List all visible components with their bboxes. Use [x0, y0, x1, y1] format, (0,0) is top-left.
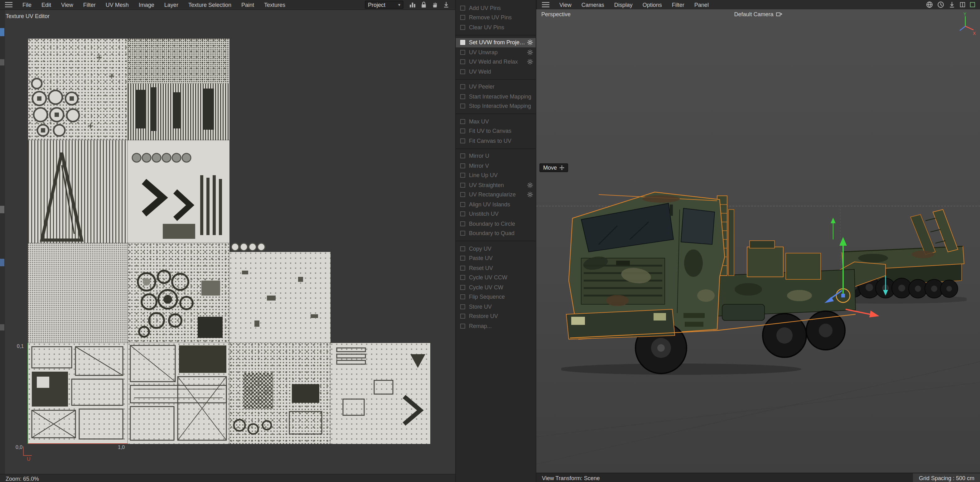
- cmd-uv-unwrap[interactable]: UV Unwrap: [456, 48, 536, 57]
- project-dropdown[interactable]: Project ▾: [365, 1, 404, 9]
- cmd-clear-uv-pins[interactable]: Clear UV Pins: [456, 22, 536, 32]
- vp-menu-filter[interactable]: Filter: [667, 2, 689, 8]
- menu-uv-mesh[interactable]: UV Mesh: [101, 2, 134, 8]
- boundary-to-circle-icon: [460, 221, 465, 226]
- cmd-store-uv[interactable]: Store UV: [456, 302, 536, 312]
- uv-island-tile[interactable]: [28, 39, 128, 140]
- gear-icon[interactable]: [527, 59, 533, 65]
- cmd-label: Max UV: [469, 118, 489, 125]
- uv-island-tile[interactable]: [28, 140, 128, 243]
- cmd-max-uv[interactable]: Max UV: [456, 117, 536, 126]
- uv-island-tile[interactable]: [128, 343, 229, 444]
- palette-fragment[interactable]: [0, 259, 4, 266]
- cmd-fit-canvas-to-uv[interactable]: Fit Canvas to UV: [456, 136, 536, 146]
- camera-switch-icon: [776, 12, 782, 17]
- cmd-label: Boundary to Quad: [469, 231, 514, 237]
- gear-icon[interactable]: [527, 49, 533, 56]
- cmd-label: Mirror V: [469, 163, 489, 169]
- uv-island-tile[interactable]: [128, 243, 229, 343]
- vp-menu-panel[interactable]: Panel: [689, 2, 714, 8]
- uv-island-tile[interactable]: [128, 140, 229, 243]
- cmd-unstitch-uv[interactable]: Unstitch UV: [456, 209, 536, 219]
- time-icon[interactable]: [937, 1, 944, 8]
- cmd-fit-uv-to-canvas[interactable]: Fit UV to Canvas: [456, 126, 536, 136]
- cmd-mirror-u[interactable]: Mirror U: [456, 151, 536, 161]
- load-down-icon[interactable]: [948, 1, 955, 8]
- cmd-label: Align UV Islands: [469, 201, 510, 208]
- hamburger-icon[interactable]: [5, 2, 13, 8]
- axis-gizmo[interactable]: Y X: [956, 11, 976, 35]
- camera-label[interactable]: Default Camera: [734, 11, 782, 17]
- panel-max-icon[interactable]: [969, 2, 975, 8]
- cmd-stop-interactive-mapping[interactable]: Stop Interactive Mapping: [456, 101, 536, 111]
- cmd-set-uvw-from-projection[interactable]: Set UVW from Projection: [456, 38, 536, 48]
- cmd-boundary-to-circle[interactable]: Boundary to Circle: [456, 219, 536, 229]
- uv-arrow-shapes: [128, 140, 229, 243]
- uv-checker-patch: [229, 343, 331, 444]
- menu-filter[interactable]: Filter: [78, 2, 101, 8]
- gear-icon[interactable]: [527, 182, 533, 188]
- uv-small-circles-row[interactable]: [231, 243, 267, 251]
- cmd-label: Store UV: [469, 304, 492, 310]
- lock-icon[interactable]: [420, 1, 427, 8]
- vp-menu-view[interactable]: View: [554, 2, 576, 8]
- cmd-line-up-uv[interactable]: Line Up UV: [456, 170, 536, 180]
- gear-icon[interactable]: [527, 40, 533, 46]
- vp-menu-display[interactable]: Display: [609, 2, 638, 8]
- app-window: File Edit View Filter UV Mesh Image Laye…: [0, 0, 980, 482]
- unstitch-uv-icon: [460, 212, 465, 217]
- hamburger-icon[interactable]: [542, 2, 549, 8]
- uv-editor-canvas[interactable]: Texture UV Editor: [0, 10, 455, 474]
- uv-island-tile[interactable]: [128, 39, 229, 140]
- cmd-copy-uv[interactable]: Copy UV: [456, 244, 536, 253]
- load-down-icon[interactable]: [443, 1, 450, 8]
- pan-hand-icon[interactable]: [431, 1, 438, 8]
- cmd-uv-straighten[interactable]: UV Straighten: [456, 180, 536, 190]
- palette-fragment[interactable]: [0, 59, 4, 65]
- uv-island-tile[interactable]: [229, 343, 331, 444]
- menu-layer[interactable]: Layer: [159, 2, 183, 8]
- cmd-mirror-v[interactable]: Mirror V: [456, 161, 536, 170]
- menu-file[interactable]: File: [18, 2, 37, 8]
- cmd-uv-weld[interactable]: UV Weld: [456, 67, 536, 76]
- gear-icon[interactable]: [527, 192, 533, 198]
- menu-texture-selection[interactable]: Texture Selection: [183, 2, 236, 8]
- cmd-align-uv-islands[interactable]: Align UV Islands: [456, 200, 536, 209]
- menu-view[interactable]: View: [56, 2, 78, 8]
- cmd-uv-peeler[interactable]: UV Peeler: [456, 82, 536, 92]
- palette-fragment[interactable]: [0, 206, 4, 213]
- cmd-paste-uv[interactable]: Paste UV: [456, 253, 536, 263]
- vp-menu-options[interactable]: Options: [638, 2, 667, 8]
- cmd-uv-weld-and-relax[interactable]: UV Weld and Relax: [456, 57, 536, 67]
- menu-image[interactable]: Image: [134, 2, 159, 8]
- cmd-add-uv-pins[interactable]: Add UV Pins: [456, 3, 536, 13]
- cmd-restore-uv[interactable]: Restore UV: [456, 312, 536, 321]
- uv-island-tile[interactable]: [28, 343, 128, 444]
- cmd-remove-uv-pins[interactable]: Remove UV Pins: [456, 13, 536, 22]
- view-transform-status: View Transform: Scene: [536, 475, 600, 481]
- cmd-reset-uv[interactable]: Reset UV: [456, 263, 536, 273]
- uv-island-tile[interactable]: [28, 243, 128, 343]
- cmd-cycle-uv-ccw[interactable]: Cycle UV CCW: [456, 273, 536, 282]
- vp-menu-cameras[interactable]: Cameras: [576, 2, 609, 8]
- uv-island-tile[interactable]: [331, 343, 430, 444]
- menu-textures[interactable]: Textures: [259, 2, 290, 8]
- cmd-uv-rectangularize[interactable]: UV Rectangularize: [456, 190, 536, 200]
- perspective-viewport[interactable]: Perspective Default Camera Y X Move: [536, 10, 980, 472]
- menu-edit[interactable]: Edit: [37, 2, 56, 8]
- histogram-icon[interactable]: [409, 1, 416, 8]
- boundary-to-quad-icon: [460, 231, 465, 236]
- cmd-boundary-to-quad[interactable]: Boundary to Quad: [456, 229, 536, 238]
- truck-model[interactable]: [561, 182, 967, 379]
- cmd-cycle-uv-cw[interactable]: Cycle UV CW: [456, 282, 536, 292]
- palette-fragment[interactable]: [0, 28, 4, 36]
- cmd-remap[interactable]: Remap...: [456, 321, 536, 331]
- palette-fragment[interactable]: [0, 324, 4, 331]
- axis-x-label: X: [972, 31, 976, 35]
- cmd-flip-sequence[interactable]: Flip Sequence: [456, 292, 536, 302]
- cmd-start-interactive-mapping[interactable]: Start Interactive Mapping: [456, 92, 536, 101]
- uv-island-tile[interactable]: [229, 252, 331, 343]
- render-globe-icon[interactable]: [926, 1, 932, 8]
- panel-split-icon[interactable]: [959, 2, 965, 8]
- menu-paint[interactable]: Paint: [236, 2, 259, 8]
